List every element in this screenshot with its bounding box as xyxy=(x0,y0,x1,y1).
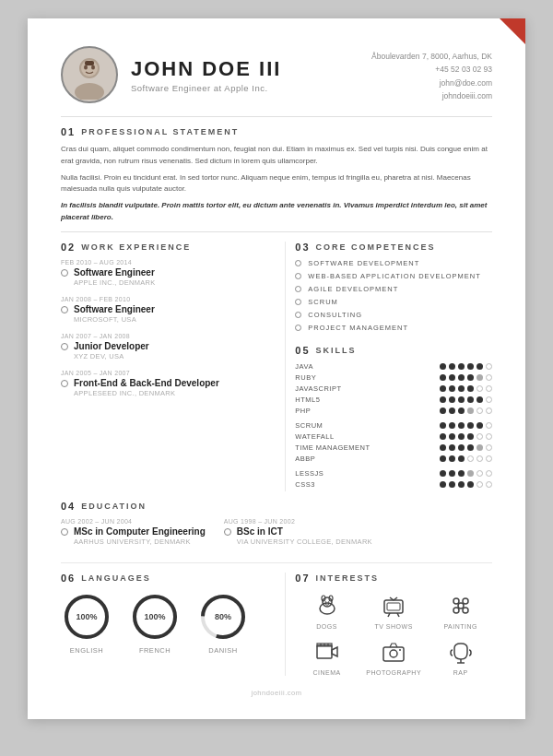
dot-empty xyxy=(486,422,492,429)
svg-rect-29 xyxy=(317,645,332,658)
work-job-title: Junior Developer xyxy=(74,340,149,352)
dot-filled xyxy=(449,433,455,440)
skill-dots xyxy=(440,396,492,403)
header: JOHN DOE III Software Engineer at Apple … xyxy=(61,46,492,103)
skill-row: CSS3 xyxy=(295,480,492,489)
bullet-circle xyxy=(61,528,68,536)
dot-empty xyxy=(486,374,492,381)
work-title: 02 WORK EXPERIENCE xyxy=(61,242,268,253)
header-name: JOHN DOE III Software Engineer at Apple … xyxy=(131,57,281,93)
education-items: AUG 2002 – JUN 2004 MSc in Computer Engi… xyxy=(61,518,492,553)
skill-name: SCRUM xyxy=(295,421,378,430)
skill-name: RUBY xyxy=(295,373,378,382)
skill-name: LESSJS xyxy=(295,469,378,478)
competences-title: 03 CORE COMPETENCES xyxy=(295,242,492,253)
skill-row: TIME MANAGEMENT xyxy=(295,443,492,452)
dot-filled xyxy=(458,385,465,392)
dot-filled xyxy=(440,481,446,488)
skill-row: LESSJS xyxy=(295,469,492,478)
competence-item: AGILE DEVELOPMENT xyxy=(295,285,492,293)
dot-filled xyxy=(440,396,446,403)
address: Åboulevarden 7, 8000, Aarhus, DK xyxy=(371,50,492,63)
dot-empty xyxy=(486,396,492,403)
competence-item: WEB-BASED APPLICATION DEVELOPMENT xyxy=(295,272,492,280)
work-experience-col: 02 WORK EXPERIENCE FEB 2010 – AUG 2014 S… xyxy=(61,242,285,491)
skill-row: HTML5 xyxy=(295,396,492,404)
language-circle-wrap: 80% DANISH xyxy=(197,591,249,655)
work-date: JAN 2005 – JAN 2007 xyxy=(61,370,268,376)
work-items: FEB 2010 – AUG 2014 Software Engineer AP… xyxy=(61,259,268,397)
language-circles: 100% ENGLISH 100% FRENCH 80% DANISH xyxy=(61,591,268,655)
education-section: 04 EDUCATION AUG 2002 – JUN 2004 MSc in … xyxy=(61,501,492,553)
dot-filled xyxy=(440,470,446,477)
interest-label: PHOTOGRAPHY xyxy=(366,669,421,676)
skill-dots xyxy=(440,433,492,440)
phone: +45 52 03 02 93 xyxy=(371,63,492,76)
dot-empty xyxy=(486,363,492,370)
professional-statement-section: 01 PROFESSIONAL STATEMENT Cras dui quam,… xyxy=(61,126,492,224)
dot-filled xyxy=(458,470,465,477)
dot-filled xyxy=(449,408,455,414)
dot-filled xyxy=(477,363,483,370)
interest-icon-painting xyxy=(446,591,476,620)
lang-percent: 100% xyxy=(144,612,165,621)
statement-p3: In facilisis blandit vulputate. Proin ma… xyxy=(61,200,492,224)
svg-point-24 xyxy=(453,598,459,604)
dot-filled xyxy=(467,374,474,381)
svg-point-27 xyxy=(463,608,468,613)
interest-icon-photography xyxy=(379,637,408,667)
dot-empty xyxy=(477,385,483,392)
dot-filled xyxy=(458,444,465,451)
dot-filled xyxy=(449,455,455,462)
skill-row: SCRUM xyxy=(295,421,492,430)
bullet-circle xyxy=(61,306,68,313)
dot-empty xyxy=(477,408,483,414)
dot-empty xyxy=(486,470,492,477)
dot-filled xyxy=(467,481,474,488)
interest-label: CINEMA xyxy=(313,669,341,676)
dot-empty xyxy=(477,470,483,477)
interests-col: 07 INTERESTS DOGS TV SHOWS xyxy=(285,573,492,676)
edu-school: VIA UNIVERSITY COLLEGE, DENMARK xyxy=(237,537,372,546)
edu-degree: BSc in ICT xyxy=(237,526,283,537)
skill-dots xyxy=(440,470,492,477)
header-contact: Åboulevarden 7, 8000, Aarhus, DK +45 52 … xyxy=(371,50,492,103)
interest-item: CINEMA xyxy=(295,637,359,676)
lang-circle: 100% xyxy=(61,591,112,643)
dot-filled xyxy=(449,363,455,370)
svg-point-1 xyxy=(75,83,104,100)
skill-name: HTML5 xyxy=(295,396,378,404)
work-item: FEB 2010 – AUG 2014 Software Engineer AP… xyxy=(61,259,268,287)
bullet-circle xyxy=(295,312,301,318)
dot-filled xyxy=(449,374,455,381)
skill-dots xyxy=(440,481,492,488)
bullet-circle xyxy=(61,343,68,350)
competence-label: SCRUM xyxy=(308,298,338,306)
svg-rect-5 xyxy=(85,61,94,65)
dot-filled xyxy=(467,444,474,451)
education-item: AUG 1998 – JUN 2002 BSc in ICT VIA UNIVE… xyxy=(224,518,372,546)
dot-filled xyxy=(449,444,455,451)
lang-circle: 100% xyxy=(129,591,181,643)
main-two-col: 02 WORK EXPERIENCE FEB 2010 – AUG 2014 S… xyxy=(61,242,492,491)
competence-item: PROJECT MANAGEMENT xyxy=(295,324,492,332)
work-company: APPLE INC., DENMARK xyxy=(74,278,268,287)
dot-filled xyxy=(467,385,474,392)
interest-label: TV SHOWS xyxy=(374,623,412,630)
statement-p1: Cras dui quam, aliquet commodo condiment… xyxy=(61,144,492,168)
dot-filled xyxy=(440,363,446,370)
bullet-circle xyxy=(295,260,301,266)
dot-filled xyxy=(458,481,465,488)
dot-filled xyxy=(458,374,465,381)
header-divider xyxy=(61,116,492,117)
statement-p2: Nulla facilisi. Proin eu tincidunt erat.… xyxy=(61,172,492,196)
dot-filled xyxy=(467,422,474,429)
interest-item: TV SHOWS xyxy=(362,591,426,630)
dot-filled xyxy=(458,422,465,429)
work-company: MICROSOFT, USA xyxy=(74,315,268,324)
bullet-circle xyxy=(295,299,301,305)
statement-title: 01 PROFESSIONAL STATEMENT xyxy=(61,126,492,137)
skill-row: ABBP xyxy=(295,455,492,463)
languages-col: 06 LANGUAGES 100% ENGLISH 100% FRENCH xyxy=(61,573,285,676)
interest-label: RAP xyxy=(453,669,468,676)
